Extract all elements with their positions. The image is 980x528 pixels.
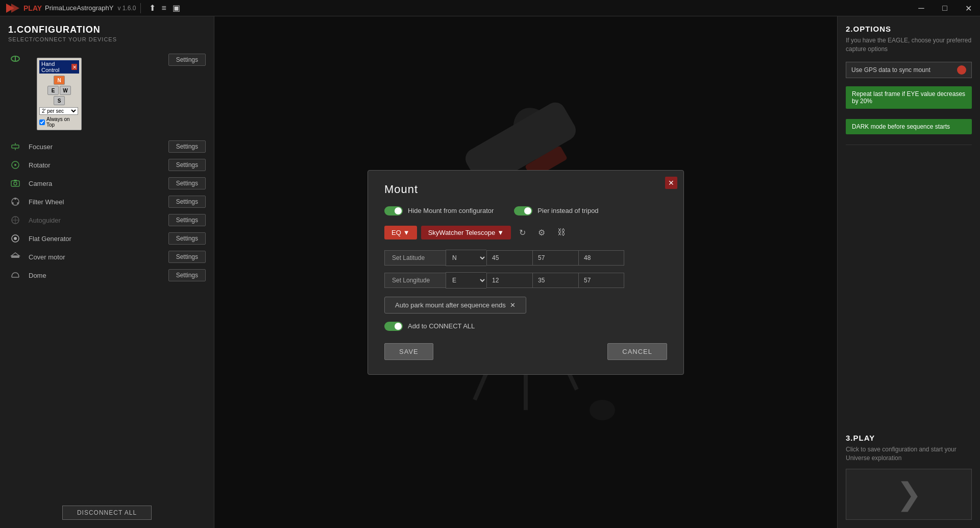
right-panel: 2.OPTIONS If you have the EAGLE, choose … (837, 16, 980, 528)
filterwheel-row: Filter Wheel Settings (0, 193, 214, 211)
hc-east-btn[interactable]: E (47, 86, 59, 95)
longitude-deg-input[interactable] (486, 273, 532, 288)
svg-point-20 (14, 237, 17, 240)
latitude-deg-input[interactable] (486, 250, 532, 266)
rotator-settings-button[interactable]: Settings (168, 159, 206, 171)
connect-all-toggle[interactable] (384, 322, 403, 331)
gps-status-indicator (957, 65, 966, 75)
focuser-name: Focuser (29, 143, 162, 151)
hc-west-btn[interactable]: W (60, 86, 71, 95)
play-logo-icon (4, 3, 20, 14)
menu-icon[interactable]: ≡ (162, 4, 166, 13)
play-button-area[interactable]: ❯ (846, 469, 972, 520)
dome-icon (8, 270, 22, 280)
toggle-row: Hide Mount from configurator Pier instea… (384, 206, 667, 215)
cancel-button[interactable]: CANCEL (607, 343, 667, 360)
gps-dropdown[interactable]: Use GPS data to sync mount (846, 62, 972, 78)
svg-point-13 (14, 198, 16, 200)
flatgenerator-name: Flat Generator (29, 235, 162, 243)
minimize-button[interactable]: ─ (910, 0, 933, 16)
options-desc: If you have the EAGLE, choose your prefe… (846, 36, 972, 54)
eq-button[interactable]: EQ ▼ (384, 226, 417, 239)
svg-point-8 (14, 164, 16, 166)
left-sidebar: 1.CONFIGURATION SELECT/CONNECT YOUR DEVI… (0, 16, 214, 528)
hc-south-row: S (54, 96, 65, 105)
longitude-label: Set Longitude (384, 273, 446, 288)
modal-title: Mount (384, 183, 667, 196)
cursor-icon[interactable]: ⬆ (149, 3, 156, 13)
hand-control-buttons: N E W S (39, 76, 79, 105)
settings-gear-button[interactable]: ⚙ (534, 226, 549, 239)
play-title: 3.PLAY (846, 434, 972, 442)
hide-mount-toggle[interactable] (384, 206, 403, 215)
hc-speed-dropdown[interactable]: 2' per sec (39, 107, 78, 115)
autoguider-settings-button[interactable]: Settings (168, 214, 206, 226)
flatgenerator-row: Flat Generator Settings (0, 229, 214, 248)
options-section: 2.OPTIONS If you have the EAGLE, choose … (846, 25, 972, 54)
config-title: 1.CONFIGURATION (8, 25, 206, 35)
focuser-icon (8, 141, 22, 152)
center-main: Mount ✕ Hide Mount from configurator Pie… (214, 16, 837, 528)
autopark-row: Auto park mount after sequence ends ✕ (384, 297, 667, 314)
hc-always-on-top: Always on Top (39, 116, 79, 128)
camera-settings-button[interactable]: Settings (168, 177, 206, 189)
hand-control-close[interactable]: ✕ (71, 64, 77, 70)
mount-icon (8, 54, 22, 64)
pier-toggle[interactable] (514, 206, 532, 215)
camera-icon (8, 178, 22, 188)
modal-close-button[interactable]: ✕ (665, 177, 677, 189)
longitude-sec-input[interactable] (578, 273, 624, 288)
camera-row: Camera Settings (0, 174, 214, 193)
modal-overlay: Mount ✕ Hide Mount from configurator Pie… (214, 16, 837, 528)
hand-control-label: Hand Control (41, 61, 71, 73)
filterwheel-settings-button[interactable]: Settings (168, 196, 206, 208)
latitude-label: Set Latitude (384, 250, 446, 266)
device-list: Hand Control ✕ N E W S (0, 46, 214, 289)
latitude-direction-select[interactable]: N S (446, 250, 486, 266)
hide-mount-toggle-item: Hide Mount from configurator (384, 206, 494, 215)
disconnect-all-button[interactable]: DISCONNECT ALL (62, 506, 152, 520)
mount-controls-row: EQ ▼ SkyWatcher Telescope ▼ ↻ ⚙ ⛓ (384, 226, 667, 239)
always-on-top-checkbox[interactable] (39, 119, 45, 125)
play-desc: Click to save configuration and start yo… (846, 445, 972, 463)
hc-north-btn[interactable]: N (54, 76, 65, 85)
focuser-settings-button[interactable]: Settings (168, 140, 206, 153)
mount-device-row: Hand Control ✕ N E W S (0, 51, 214, 137)
left-header: 1.CONFIGURATION SELECT/CONNECT YOUR DEVI… (0, 16, 214, 46)
svg-point-10 (14, 182, 17, 185)
latitude-min-input[interactable] (532, 250, 578, 266)
svg-marker-1 (11, 4, 19, 13)
panel-divider (846, 145, 972, 145)
flatgenerator-settings-button[interactable]: Settings (168, 232, 206, 245)
covermotor-settings-button[interactable]: Settings (168, 251, 206, 263)
toolbar-icons: ⬆ ≡ ▣ (149, 3, 180, 13)
refresh-button[interactable]: ↻ (515, 226, 530, 239)
disconnect-bar: DISCONNECT ALL (0, 506, 214, 520)
autopark-button[interactable]: Auto park mount after sequence ends ✕ (384, 297, 526, 314)
repeat-frame-button[interactable]: Repeat last frame if EYE value decreases… (846, 86, 972, 109)
separator (140, 3, 141, 13)
rotator-row: Rotator Settings (0, 156, 214, 174)
dome-settings-button[interactable]: Settings (168, 269, 206, 281)
longitude-direction-select[interactable]: E W (446, 272, 486, 289)
longitude-min-input[interactable] (532, 273, 578, 288)
autoguider-name: Autoguider (29, 217, 162, 224)
latitude-sec-input[interactable] (578, 250, 624, 266)
always-on-top-label: Always on Top (46, 116, 79, 128)
maximize-button[interactable]: □ (933, 0, 957, 16)
focuser-row: Focuser Settings (0, 137, 214, 156)
unlink-button[interactable]: ⛓ (553, 226, 570, 239)
pier-toggle-item: Pier instead of tripod (514, 206, 598, 215)
longitude-row: Set Longitude E W (384, 272, 667, 289)
telescope-dropdown-button[interactable]: SkyWatcher Telescope ▼ (421, 226, 511, 239)
save-icon[interactable]: ▣ (173, 3, 180, 13)
window-controls: ─ □ ✕ (910, 0, 980, 16)
dark-mode-button[interactable]: DARK mode before sequence starts (846, 119, 972, 134)
close-button[interactable]: ✕ (957, 0, 980, 16)
save-button[interactable]: SAVE (384, 343, 433, 360)
mount-settings-button[interactable]: Settings (168, 54, 206, 66)
connect-all-row: Add to CONNECT ALL (384, 322, 667, 331)
dome-row: Dome Settings (0, 266, 214, 284)
filterwheel-icon (8, 197, 22, 207)
hc-south-btn[interactable]: S (54, 96, 65, 105)
